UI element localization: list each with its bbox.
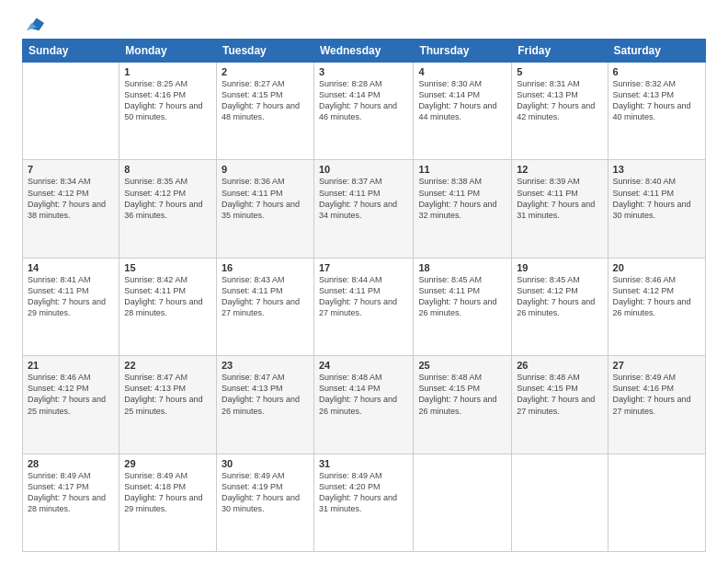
- calendar-cell: 25Sunrise: 8:48 AM Sunset: 4:15 PM Dayli…: [414, 356, 512, 454]
- calendar-cell: 2Sunrise: 8:27 AM Sunset: 4:15 PM Daylig…: [216, 63, 313, 160]
- day-header-wednesday: Wednesday: [313, 40, 413, 63]
- day-number: 3: [319, 66, 408, 77]
- day-number: 1: [124, 66, 211, 77]
- logo: [22, 17, 44, 33]
- calendar-cell: [23, 63, 119, 160]
- day-number: 30: [222, 458, 309, 469]
- calendar-cell: 20Sunrise: 8:46 AM Sunset: 4:12 PM Dayli…: [608, 258, 705, 355]
- cell-info: Sunrise: 8:47 AM Sunset: 4:13 PM Dayligh…: [222, 372, 309, 417]
- day-number: 12: [517, 164, 602, 175]
- day-number: 23: [222, 360, 309, 371]
- calendar-cell: [608, 454, 705, 551]
- calendar-cell: 11Sunrise: 8:38 AM Sunset: 4:11 PM Dayli…: [414, 160, 512, 258]
- calendar-cell: [512, 454, 608, 551]
- cell-info: Sunrise: 8:48 AM Sunset: 4:15 PM Dayligh…: [517, 372, 602, 417]
- day-header-thursday: Thursday: [414, 40, 512, 63]
- calendar-cell: 24Sunrise: 8:48 AM Sunset: 4:14 PM Dayli…: [313, 356, 413, 454]
- day-number: 5: [517, 66, 602, 77]
- calendar-cell: [414, 454, 512, 551]
- cell-info: Sunrise: 8:43 AM Sunset: 4:11 PM Dayligh…: [222, 274, 309, 319]
- calendar-week-row: 1Sunrise: 8:25 AM Sunset: 4:16 PM Daylig…: [23, 63, 706, 160]
- calendar-cell: 12Sunrise: 8:39 AM Sunset: 4:11 PM Dayli…: [512, 160, 608, 258]
- day-number: 11: [418, 164, 506, 175]
- day-number: 18: [418, 262, 506, 273]
- cell-info: Sunrise: 8:49 AM Sunset: 4:18 PM Dayligh…: [124, 470, 211, 515]
- cell-info: Sunrise: 8:49 AM Sunset: 4:20 PM Dayligh…: [319, 470, 408, 515]
- calendar-cell: 22Sunrise: 8:47 AM Sunset: 4:13 PM Dayli…: [119, 356, 217, 454]
- cell-info: Sunrise: 8:49 AM Sunset: 4:17 PM Dayligh…: [28, 470, 114, 515]
- cell-info: Sunrise: 8:46 AM Sunset: 4:12 PM Dayligh…: [613, 274, 700, 319]
- cell-info: Sunrise: 8:41 AM Sunset: 4:11 PM Dayligh…: [28, 274, 114, 319]
- calendar-week-row: 14Sunrise: 8:41 AM Sunset: 4:11 PM Dayli…: [23, 258, 706, 355]
- day-number: 24: [319, 360, 408, 371]
- calendar-header-row: SundayMondayTuesdayWednesdayThursdayFrid…: [23, 40, 706, 63]
- cell-info: Sunrise: 8:46 AM Sunset: 4:12 PM Dayligh…: [28, 372, 114, 417]
- calendar-cell: 29Sunrise: 8:49 AM Sunset: 4:18 PM Dayli…: [119, 454, 217, 551]
- day-number: 22: [124, 360, 211, 371]
- page: SundayMondayTuesdayWednesdayThursdayFrid…: [0, 0, 728, 563]
- day-number: 8: [124, 164, 211, 175]
- day-number: 20: [613, 262, 700, 273]
- cell-info: Sunrise: 8:45 AM Sunset: 4:12 PM Dayligh…: [517, 274, 602, 319]
- calendar-week-row: 28Sunrise: 8:49 AM Sunset: 4:17 PM Dayli…: [23, 454, 706, 551]
- calendar-cell: 19Sunrise: 8:45 AM Sunset: 4:12 PM Dayli…: [512, 258, 608, 355]
- calendar-cell: 14Sunrise: 8:41 AM Sunset: 4:11 PM Dayli…: [23, 258, 119, 355]
- cell-info: Sunrise: 8:49 AM Sunset: 4:19 PM Dayligh…: [222, 470, 309, 515]
- day-number: 25: [418, 360, 506, 371]
- day-number: 16: [222, 262, 309, 273]
- day-number: 13: [613, 164, 700, 175]
- cell-info: Sunrise: 8:35 AM Sunset: 4:12 PM Dayligh…: [124, 176, 211, 221]
- calendar-cell: 4Sunrise: 8:30 AM Sunset: 4:14 PM Daylig…: [414, 63, 512, 160]
- day-number: 6: [613, 66, 700, 77]
- cell-info: Sunrise: 8:30 AM Sunset: 4:14 PM Dayligh…: [418, 78, 506, 123]
- calendar-cell: 1Sunrise: 8:25 AM Sunset: 4:16 PM Daylig…: [119, 63, 217, 160]
- calendar-week-row: 7Sunrise: 8:34 AM Sunset: 4:12 PM Daylig…: [23, 160, 706, 258]
- calendar-cell: 7Sunrise: 8:34 AM Sunset: 4:12 PM Daylig…: [23, 160, 119, 258]
- logo-icon: [24, 13, 44, 33]
- cell-info: Sunrise: 8:45 AM Sunset: 4:11 PM Dayligh…: [418, 274, 506, 319]
- cell-info: Sunrise: 8:36 AM Sunset: 4:11 PM Dayligh…: [222, 176, 309, 221]
- day-number: 9: [222, 164, 309, 175]
- calendar-cell: 9Sunrise: 8:36 AM Sunset: 4:11 PM Daylig…: [216, 160, 313, 258]
- day-header-saturday: Saturday: [608, 40, 705, 63]
- calendar-cell: 30Sunrise: 8:49 AM Sunset: 4:19 PM Dayli…: [216, 454, 313, 551]
- calendar-cell: 23Sunrise: 8:47 AM Sunset: 4:13 PM Dayli…: [216, 356, 313, 454]
- calendar: SundayMondayTuesdayWednesdayThursdayFrid…: [22, 39, 706, 552]
- cell-info: Sunrise: 8:27 AM Sunset: 4:15 PM Dayligh…: [222, 78, 309, 123]
- day-number: 2: [222, 66, 309, 77]
- cell-info: Sunrise: 8:32 AM Sunset: 4:13 PM Dayligh…: [613, 78, 700, 123]
- day-header-monday: Monday: [119, 40, 217, 63]
- cell-info: Sunrise: 8:37 AM Sunset: 4:11 PM Dayligh…: [319, 176, 408, 221]
- cell-info: Sunrise: 8:49 AM Sunset: 4:16 PM Dayligh…: [613, 372, 700, 417]
- day-number: 7: [28, 164, 114, 175]
- cell-info: Sunrise: 8:47 AM Sunset: 4:13 PM Dayligh…: [124, 372, 211, 417]
- day-number: 4: [418, 66, 506, 77]
- day-header-friday: Friday: [512, 40, 608, 63]
- day-number: 31: [319, 458, 408, 469]
- day-number: 27: [613, 360, 700, 371]
- calendar-cell: 16Sunrise: 8:43 AM Sunset: 4:11 PM Dayli…: [216, 258, 313, 355]
- calendar-cell: 21Sunrise: 8:46 AM Sunset: 4:12 PM Dayli…: [23, 356, 119, 454]
- cell-info: Sunrise: 8:48 AM Sunset: 4:15 PM Dayligh…: [418, 372, 506, 417]
- cell-info: Sunrise: 8:31 AM Sunset: 4:13 PM Dayligh…: [517, 78, 602, 123]
- calendar-cell: 3Sunrise: 8:28 AM Sunset: 4:14 PM Daylig…: [313, 63, 413, 160]
- cell-info: Sunrise: 8:38 AM Sunset: 4:11 PM Dayligh…: [418, 176, 506, 221]
- day-number: 15: [124, 262, 211, 273]
- cell-info: Sunrise: 8:34 AM Sunset: 4:12 PM Dayligh…: [28, 176, 114, 221]
- cell-info: Sunrise: 8:25 AM Sunset: 4:16 PM Dayligh…: [124, 78, 211, 123]
- calendar-cell: 10Sunrise: 8:37 AM Sunset: 4:11 PM Dayli…: [313, 160, 413, 258]
- calendar-cell: 18Sunrise: 8:45 AM Sunset: 4:11 PM Dayli…: [414, 258, 512, 355]
- calendar-cell: 28Sunrise: 8:49 AM Sunset: 4:17 PM Dayli…: [23, 454, 119, 551]
- day-number: 28: [28, 458, 114, 469]
- calendar-cell: 6Sunrise: 8:32 AM Sunset: 4:13 PM Daylig…: [608, 63, 705, 160]
- calendar-cell: 26Sunrise: 8:48 AM Sunset: 4:15 PM Dayli…: [512, 356, 608, 454]
- calendar-week-row: 21Sunrise: 8:46 AM Sunset: 4:12 PM Dayli…: [23, 356, 706, 454]
- cell-info: Sunrise: 8:28 AM Sunset: 4:14 PM Dayligh…: [319, 78, 408, 123]
- calendar-cell: 13Sunrise: 8:40 AM Sunset: 4:11 PM Dayli…: [608, 160, 705, 258]
- day-header-tuesday: Tuesday: [216, 40, 313, 63]
- calendar-cell: 17Sunrise: 8:44 AM Sunset: 4:11 PM Dayli…: [313, 258, 413, 355]
- header: [22, 17, 706, 33]
- calendar-cell: 15Sunrise: 8:42 AM Sunset: 4:11 PM Dayli…: [119, 258, 217, 355]
- cell-info: Sunrise: 8:39 AM Sunset: 4:11 PM Dayligh…: [517, 176, 602, 221]
- cell-info: Sunrise: 8:44 AM Sunset: 4:11 PM Dayligh…: [319, 274, 408, 319]
